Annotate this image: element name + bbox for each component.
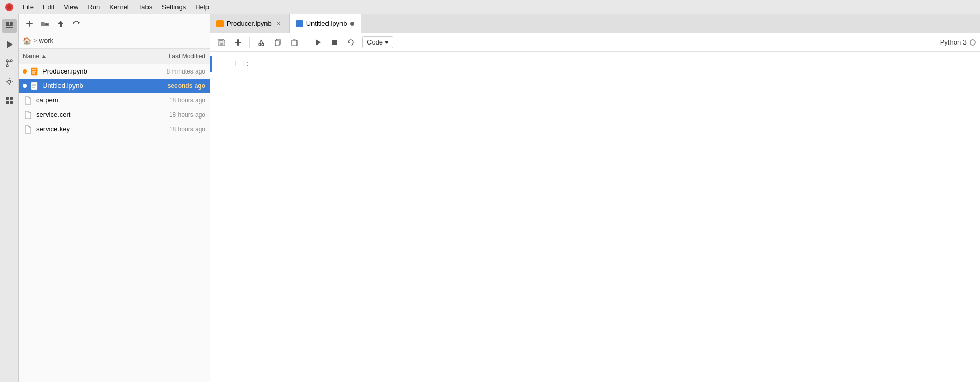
fb-new-folder-btn[interactable] bbox=[38, 17, 52, 31]
nb-dot-blue bbox=[23, 84, 27, 88]
breadcrumb-home[interactable]: 🏠 bbox=[23, 37, 31, 45]
svg-marker-6 bbox=[7, 41, 13, 48]
kernel-label: Python 3 bbox=[940, 38, 967, 46]
svg-marker-45 bbox=[316, 39, 321, 46]
svg-rect-19 bbox=[6, 101, 9, 104]
notebook-icon-2 bbox=[29, 81, 39, 91]
toolbar-divider-1 bbox=[249, 37, 250, 48]
sidebar-git-btn[interactable] bbox=[2, 56, 17, 70]
sort-icon: ▲ bbox=[41, 53, 47, 59]
svg-rect-35 bbox=[219, 39, 223, 41]
notebook-icon bbox=[29, 66, 39, 77]
fb-name-label: Name bbox=[23, 53, 39, 60]
fb-header-name[interactable]: Name ▲ bbox=[23, 53, 138, 60]
fb-item-producer[interactable]: Producer.ipynb 8 minutes ago bbox=[19, 64, 210, 79]
svg-rect-5 bbox=[10, 22, 13, 25]
svg-rect-18 bbox=[10, 97, 13, 100]
cut-btn[interactable] bbox=[254, 35, 269, 50]
fb-item-servicekey[interactable]: service.key 18 hours ago bbox=[19, 122, 210, 137]
fb-item-name-capem: ca.pem bbox=[36, 96, 138, 104]
fb-item-name-servicekey: service.key bbox=[36, 125, 138, 133]
svg-rect-34 bbox=[220, 43, 223, 46]
svg-rect-44 bbox=[292, 40, 297, 46]
file-icon bbox=[23, 95, 33, 106]
app-logo bbox=[4, 2, 14, 12]
restart-btn[interactable] bbox=[344, 35, 358, 50]
fb-item-servicecert[interactable]: service.cert 18 hours ago bbox=[19, 108, 210, 122]
fb-upload-btn[interactable] bbox=[54, 17, 67, 31]
svg-rect-20 bbox=[10, 101, 13, 104]
svg-rect-22 bbox=[26, 23, 33, 24]
fb-toolbar bbox=[19, 14, 210, 33]
fb-item-modified-servicecert: 18 hours ago bbox=[138, 111, 205, 119]
run-btn[interactable] bbox=[310, 35, 325, 50]
tab-producer[interactable]: Producer.ipynb × bbox=[210, 14, 290, 33]
fb-item-name-untitled: Untitled.ipynb bbox=[42, 82, 138, 90]
sidebar-tools-btn[interactable] bbox=[2, 75, 17, 89]
kernel-circle bbox=[970, 39, 976, 46]
fb-item-name-producer: Producer.ipynb bbox=[42, 67, 138, 75]
toolbar-divider-2 bbox=[306, 37, 306, 48]
fb-file-list: Producer.ipynb 8 minutes ago Untitled.ip… bbox=[19, 64, 210, 382]
fb-item-modified-producer: 8 minutes ago bbox=[138, 68, 205, 75]
tab-close-producer[interactable]: × bbox=[275, 20, 283, 28]
paste-btn[interactable] bbox=[287, 35, 302, 50]
menu-view[interactable]: View bbox=[60, 2, 82, 12]
svg-marker-25 bbox=[58, 21, 63, 27]
file-browser: 🏠 > work Name ▲ Last Modified bbox=[19, 14, 210, 382]
svg-point-8 bbox=[6, 65, 8, 67]
menu-settings[interactable]: Settings bbox=[157, 2, 190, 12]
tab-unsaved-dot bbox=[350, 22, 354, 26]
svg-rect-46 bbox=[332, 40, 337, 45]
menu-help[interactable]: Help bbox=[191, 2, 213, 12]
save-btn[interactable] bbox=[214, 35, 229, 50]
main-layout: 🏠 > work Name ▲ Last Modified bbox=[0, 14, 980, 382]
svg-rect-4 bbox=[6, 25, 13, 26]
fb-item-modified-servicekey: 18 hours ago bbox=[138, 126, 205, 133]
sidebar-extension-btn[interactable] bbox=[2, 93, 17, 108]
notebook-area: Producer.ipynb × Untitled.ipynb bbox=[210, 14, 980, 382]
cell-prompt-0: [ ]: bbox=[212, 58, 254, 67]
fb-item-modified-capem: 18 hours ago bbox=[138, 97, 205, 104]
cell-type-label: Code bbox=[367, 38, 383, 46]
file-icon-3 bbox=[23, 124, 33, 135]
copy-btn[interactable] bbox=[271, 35, 285, 50]
menu-tabs[interactable]: Tabs bbox=[134, 2, 156, 12]
menu-file[interactable]: File bbox=[19, 2, 38, 12]
kernel-status: Python 3 bbox=[940, 38, 976, 46]
nb-toolbar: Code ▾ Python 3 bbox=[210, 33, 980, 52]
svg-point-1 bbox=[7, 5, 11, 9]
breadcrumb-current: work bbox=[39, 37, 53, 45]
fb-item-untitled[interactable]: Untitled.ipynb seconds ago bbox=[19, 79, 210, 93]
fb-new-btn[interactable] bbox=[23, 17, 36, 31]
tab-label-untitled: Untitled.ipynb bbox=[306, 20, 347, 27]
tab-icon-producer bbox=[216, 20, 224, 27]
fb-list-header: Name ▲ Last Modified bbox=[19, 49, 210, 64]
svg-point-38 bbox=[259, 43, 261, 46]
menu-run[interactable]: Run bbox=[83, 2, 104, 12]
svg-rect-37 bbox=[235, 42, 241, 43]
breadcrumb-sep: > bbox=[33, 37, 37, 45]
svg-line-40 bbox=[260, 40, 261, 43]
nb-dot-orange bbox=[23, 69, 27, 74]
menubar: File Edit View Run Kernel Tabs Settings … bbox=[0, 0, 980, 14]
svg-rect-43 bbox=[275, 40, 279, 46]
tab-untitled[interactable]: Untitled.ipynb bbox=[290, 14, 361, 33]
svg-point-12 bbox=[8, 80, 11, 83]
fb-header-modified: Last Modified bbox=[138, 53, 205, 60]
sidebar-files-btn[interactable] bbox=[2, 19, 17, 33]
file-icon-2 bbox=[23, 110, 33, 120]
cell-type-selector[interactable]: Code ▾ bbox=[362, 36, 393, 48]
tab-bar: Producer.ipynb × Untitled.ipynb bbox=[210, 14, 980, 33]
menu-kernel[interactable]: Kernel bbox=[105, 2, 133, 12]
tab-icon-untitled bbox=[296, 20, 303, 27]
sidebar-run-btn[interactable] bbox=[2, 37, 17, 52]
fb-item-name-servicecert: service.cert bbox=[36, 111, 138, 119]
fb-refresh-btn[interactable] bbox=[69, 17, 83, 31]
fb-item-capem[interactable]: ca.pem 18 hours ago bbox=[19, 93, 210, 108]
menu-edit[interactable]: Edit bbox=[39, 2, 58, 12]
nb-cell-0[interactable]: [ ]: bbox=[210, 56, 980, 72]
add-cell-btn[interactable] bbox=[231, 35, 245, 50]
stop-btn[interactable] bbox=[327, 35, 341, 50]
cell-content-0[interactable] bbox=[254, 58, 980, 70]
